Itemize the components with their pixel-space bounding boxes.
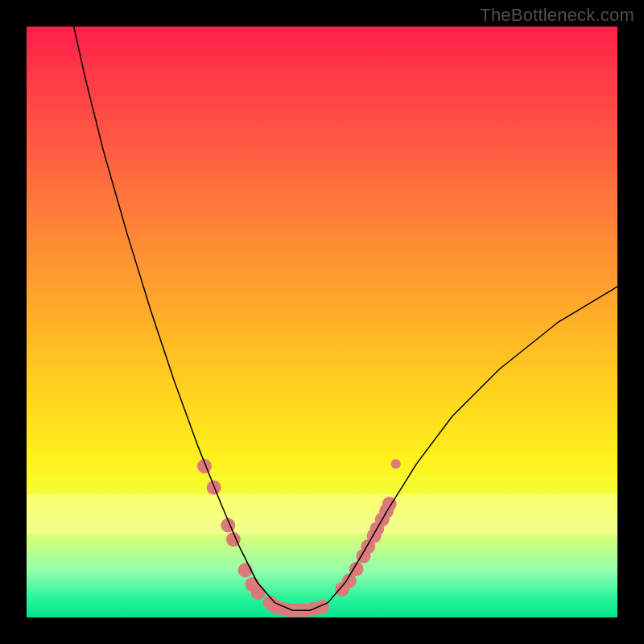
left-marker-group (197, 459, 329, 617)
curve-svg (27, 27, 617, 617)
data-marker (391, 459, 401, 469)
attribution-text: TheBottleneck.com (480, 5, 634, 26)
chart-container: TheBottleneck.com (0, 0, 644, 644)
bottleneck-curve (74, 27, 617, 610)
data-marker (251, 585, 266, 600)
plot-area (27, 27, 617, 617)
data-marker (238, 563, 253, 577)
right-single-marker (391, 459, 401, 469)
